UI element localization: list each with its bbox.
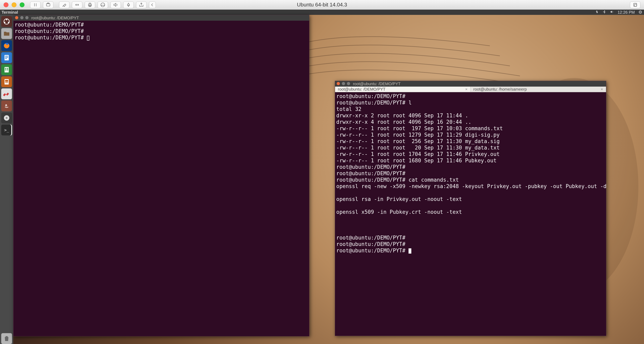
tab-label: root@ubuntu: /home/sameerp bbox=[473, 87, 527, 92]
svg-rect-21 bbox=[7, 70, 8, 71]
terminal-1-title: root@ubuntu: /DEMO/PYT bbox=[31, 16, 79, 20]
guest-desktop[interactable]: Terminal 12:26 PM ⚙ a >_ ro bbox=[0, 10, 644, 344]
terminal-2-line: root@ubuntu:/DEMO/PYT# l bbox=[336, 100, 412, 106]
terminal-2-line: root@ubuntu:/DEMO/PYT# cat commands.txt bbox=[336, 177, 459, 183]
terminal-2-window-controls bbox=[337, 82, 351, 86]
terminal-2-line: -rw-r--r-- 1 root root 1680 Sep 17 11:46… bbox=[336, 158, 496, 164]
back-button[interactable] bbox=[149, 2, 156, 8]
svg-rect-14 bbox=[5, 56, 8, 57]
vm-control-group bbox=[30, 2, 54, 8]
terminal-2-line: -rw-r--r-- 1 root root 20 Sep 17 11:30 m… bbox=[336, 145, 500, 151]
terminal-2-line: -rw-r--r-- 1 root root 1704 Sep 17 11:46… bbox=[336, 151, 500, 157]
terminal-1-cursor bbox=[87, 36, 89, 41]
terminal-2-line: -rw-r--r-- 1 root root 197 Sep 17 10:03 … bbox=[336, 125, 503, 131]
vm-title: Ubuntu 64-bit 14.04.3 bbox=[297, 2, 347, 8]
terminal-window-1[interactable]: root@ubuntu: /DEMO/PYT root@ubuntu:/DEMO… bbox=[13, 15, 309, 336]
terminal-2-max-icon[interactable] bbox=[347, 82, 350, 85]
terminal-1-min-icon[interactable] bbox=[20, 16, 24, 19]
vm-device-group bbox=[59, 2, 156, 8]
svg-rect-6 bbox=[634, 4, 637, 6]
terminal-1-max-icon[interactable] bbox=[25, 16, 28, 19]
fullscreen-button[interactable] bbox=[630, 2, 640, 8]
svg-rect-1 bbox=[48, 3, 49, 4]
svg-rect-5 bbox=[634, 3, 636, 6]
dash-icon[interactable] bbox=[1, 16, 12, 27]
terminal-2-line: openssl rsa -in Privkey.out -noout -text bbox=[336, 196, 462, 202]
tab-close-icon[interactable]: × bbox=[465, 87, 468, 92]
terminal-2-line: root@ubuntu:/DEMO/PYT# bbox=[336, 247, 408, 254]
terminal-1-line: root@ubuntu:/DEMO/PYT# bbox=[15, 35, 87, 41]
svg-point-27 bbox=[6, 117, 8, 119]
svg-rect-24 bbox=[5, 82, 8, 83]
minimize-button[interactable] bbox=[12, 3, 16, 7]
network-icon[interactable] bbox=[594, 10, 599, 15]
tab-close-icon[interactable]: × bbox=[601, 87, 603, 92]
calc-icon[interactable] bbox=[1, 64, 12, 75]
writer-icon[interactable] bbox=[1, 52, 12, 63]
usb-button[interactable] bbox=[123, 2, 134, 8]
close-button[interactable] bbox=[4, 3, 8, 7]
volume-icon[interactable] bbox=[610, 10, 614, 15]
snapshot-button[interactable] bbox=[43, 2, 54, 8]
terminal-2-titlebar[interactable]: root@ubuntu: /DEMO/PYT bbox=[335, 81, 606, 87]
terminal-2-line: root@ubuntu:/DEMO/PYT# bbox=[336, 164, 405, 170]
host-titlebar: Ubuntu 64-bit 14.04.3 bbox=[0, 0, 644, 10]
svg-point-10 bbox=[4, 22, 6, 23]
terminal-icon[interactable]: >_ bbox=[1, 125, 12, 135]
terminal-1-line: root@ubuntu:/DEMO/PYT# bbox=[15, 28, 84, 34]
svg-rect-3 bbox=[89, 3, 91, 4]
svg-rect-18 bbox=[5, 68, 6, 69]
terminal-1-body[interactable]: root@ubuntu:/DEMO/PYT# root@ubuntu:/DEMO… bbox=[14, 21, 309, 336]
terminal-2-line: -rw-r--r-- 1 root root 1279 Sep 17 11:29… bbox=[336, 132, 500, 138]
window-controls bbox=[4, 3, 24, 7]
clock[interactable]: 12:26 PM bbox=[618, 10, 635, 15]
printer-button[interactable] bbox=[85, 2, 95, 8]
audio-button[interactable] bbox=[110, 2, 121, 8]
terminal-2-tab-1[interactable]: root@ubuntu: /DEMO/PYT × bbox=[335, 87, 470, 92]
gear-icon[interactable]: ⚙ bbox=[638, 10, 642, 15]
terminal-2-tab-2[interactable]: root@ubuntu: /home/sameerp × bbox=[470, 87, 606, 92]
bluetooth-icon[interactable] bbox=[602, 10, 606, 15]
firefox-icon[interactable] bbox=[1, 40, 12, 51]
dvd-icon[interactable] bbox=[1, 113, 12, 123]
terminal-2-min-icon[interactable] bbox=[342, 82, 345, 85]
display-button[interactable] bbox=[98, 2, 108, 8]
share-button[interactable] bbox=[136, 2, 146, 8]
terminal-1-close-icon[interactable] bbox=[15, 16, 18, 19]
terminal-2-body[interactable]: root@ubuntu:/DEMO/PYT# root@ubuntu:/DEMO… bbox=[335, 92, 606, 336]
terminal-2-line: openssl x509 -in Pubkey.crt -noout -text bbox=[336, 209, 462, 215]
amazon-icon[interactable]: a bbox=[1, 101, 12, 111]
svg-point-9 bbox=[6, 19, 7, 20]
terminal-2-line: total 32 bbox=[336, 106, 361, 112]
resize-button[interactable] bbox=[72, 2, 82, 8]
trash-icon[interactable] bbox=[1, 333, 12, 344]
settings-button[interactable] bbox=[59, 2, 70, 8]
terminal-2-line: root@ubuntu:/DEMO/PYT# bbox=[336, 241, 405, 247]
pause-vm-button[interactable] bbox=[30, 2, 40, 8]
settings-app-icon[interactable] bbox=[1, 88, 12, 99]
svg-rect-16 bbox=[5, 58, 7, 59]
terminal-2-title: root@ubuntu: /DEMO/PYT bbox=[353, 82, 400, 86]
svg-rect-20 bbox=[5, 70, 6, 71]
terminal-1-titlebar[interactable]: root@ubuntu: /DEMO/PYT bbox=[14, 15, 309, 21]
terminal-2-line: root@ubuntu:/DEMO/PYT# bbox=[336, 170, 405, 176]
svg-rect-19 bbox=[7, 68, 8, 69]
svg-rect-0 bbox=[46, 4, 50, 6]
unity-launcher[interactable]: a >_ bbox=[0, 15, 13, 344]
top-menubar[interactable]: Terminal 12:26 PM ⚙ bbox=[0, 10, 644, 15]
terminal-window-2[interactable]: root@ubuntu: /DEMO/PYT root@ubuntu: /DEM… bbox=[335, 81, 606, 336]
active-app-label: Terminal bbox=[2, 10, 18, 15]
terminal-1-line: root@ubuntu:/DEMO/PYT# bbox=[15, 22, 84, 28]
terminal-2-line: drwxr-xr-x 4 root root 4096 Sep 16 20:44… bbox=[336, 119, 471, 125]
terminal-2-line: openssl req -new -x509 -newkey rsa:2048 … bbox=[336, 183, 606, 189]
tab-label: root@ubuntu: /DEMO/PYT bbox=[338, 87, 386, 92]
svg-rect-23 bbox=[5, 80, 8, 82]
zoom-button[interactable] bbox=[20, 3, 24, 7]
host-right-controls bbox=[630, 2, 640, 8]
svg-rect-2 bbox=[88, 4, 91, 6]
impress-icon[interactable] bbox=[1, 76, 12, 87]
terminal-2-close-icon[interactable] bbox=[337, 82, 340, 85]
terminal-1-window-controls bbox=[15, 16, 29, 20]
terminal-2-tabbar: root@ubuntu: /DEMO/PYT × root@ubuntu: /h… bbox=[335, 87, 606, 92]
files-icon[interactable] bbox=[1, 28, 12, 39]
